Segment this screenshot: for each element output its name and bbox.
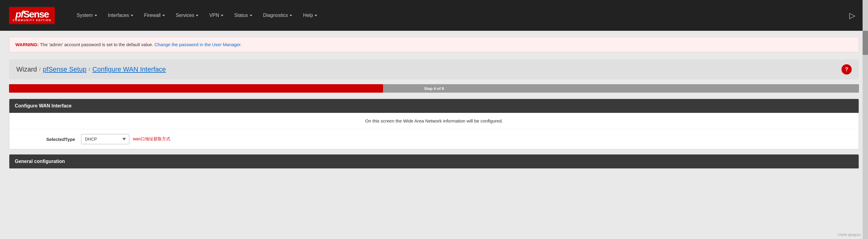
wan-panel: Configure WAN Interface On this screen t… bbox=[9, 99, 859, 149]
nav-interfaces-label: Interfaces bbox=[108, 13, 129, 18]
progress-bar-fill bbox=[9, 84, 383, 92]
breadcrumb-sep1: / bbox=[39, 67, 40, 72]
nav-items: System Interfaces Firewall Services VPN … bbox=[71, 0, 859, 31]
nav-vpn-label: VPN bbox=[209, 13, 219, 18]
nav-status-caret bbox=[250, 15, 252, 16]
main-content: WARNING: The 'admin' account password is… bbox=[0, 31, 868, 180]
warning-label: WARNING: bbox=[16, 42, 39, 47]
bottom-credit: CSDN @digiJiu bbox=[838, 233, 861, 237]
nav-right: ▷ bbox=[846, 8, 859, 23]
warning-message: The 'admin' account password is set to t… bbox=[40, 42, 153, 47]
scrollbar-thumb[interactable] bbox=[863, 31, 868, 55]
nav-status[interactable]: Status bbox=[229, 0, 257, 31]
selected-type-row: SelectedType DHCP Static PPPoE PPTP L2TP… bbox=[9, 129, 859, 149]
warning-banner: WARNING: The 'admin' account password is… bbox=[9, 37, 859, 52]
nav-help[interactable]: Help bbox=[298, 0, 322, 31]
selected-type-hint: wan口地址获取方式 bbox=[133, 136, 170, 142]
wan-panel-description: On this screen the Wide Area Network inf… bbox=[9, 113, 859, 129]
navbar: pfSense COMMUNITY EDITION System Interfa… bbox=[0, 0, 868, 31]
nav-diagnostics[interactable]: Diagnostics bbox=[258, 0, 298, 31]
progress-label: Step 4 of 9 bbox=[424, 86, 444, 91]
nav-system[interactable]: System bbox=[71, 0, 102, 31]
selected-type-control: DHCP Static PPPoE PPTP L2TP None wan口地址获… bbox=[81, 134, 170, 144]
nav-interfaces[interactable]: Interfaces bbox=[102, 0, 138, 31]
nav-system-label: System bbox=[76, 13, 93, 18]
nav-services-caret bbox=[196, 15, 198, 16]
nav-help-caret bbox=[315, 15, 317, 16]
nav-firewall-caret bbox=[162, 15, 165, 16]
help-button[interactable]: ? bbox=[841, 64, 852, 75]
nav-status-label: Status bbox=[234, 13, 248, 18]
nav-diagnostics-caret bbox=[290, 15, 292, 16]
scrollbar[interactable] bbox=[863, 0, 868, 239]
pfsense-logo: pfSense COMMUNITY EDITION bbox=[9, 7, 55, 24]
nav-help-label: Help bbox=[303, 13, 313, 18]
brand-logo: pfSense COMMUNITY EDITION bbox=[9, 7, 59, 24]
warning-link[interactable]: Change the password in the User Manager. bbox=[155, 42, 242, 47]
community-edition-text: COMMUNITY EDITION bbox=[13, 19, 51, 22]
nav-interfaces-caret bbox=[131, 15, 133, 16]
breadcrumb-root: Wizard bbox=[16, 65, 37, 73]
nav-vpn[interactable]: VPN bbox=[204, 0, 229, 31]
progress-bar-container: Step 4 of 9 bbox=[9, 84, 859, 92]
breadcrumb-link1[interactable]: pfSense Setup bbox=[43, 65, 86, 73]
pf-logo-text: pfSense bbox=[16, 9, 49, 19]
logout-button[interactable]: ▷ bbox=[846, 8, 859, 23]
general-config-header: General configuration bbox=[9, 155, 859, 168]
nav-firewall-label: Firewall bbox=[144, 13, 161, 18]
breadcrumb: Wizard / pfSense Setup / Configure WAN I… bbox=[9, 59, 859, 79]
breadcrumb-link2[interactable]: Configure WAN Interface bbox=[93, 65, 166, 73]
selected-type-select[interactable]: DHCP Static PPPoE PPTP L2TP None bbox=[81, 134, 129, 144]
wan-panel-header: Configure WAN Interface bbox=[9, 99, 859, 113]
nav-vpn-caret bbox=[221, 15, 223, 16]
nav-services-label: Services bbox=[176, 13, 194, 18]
selected-type-label: SelectedType bbox=[15, 137, 81, 142]
nav-diagnostics-label: Diagnostics bbox=[263, 13, 288, 18]
general-config-panel: General configuration bbox=[9, 154, 859, 169]
nav-system-caret bbox=[95, 15, 97, 16]
nav-firewall[interactable]: Firewall bbox=[138, 0, 170, 31]
nav-services[interactable]: Services bbox=[170, 0, 204, 31]
breadcrumb-sep2: / bbox=[89, 67, 90, 72]
